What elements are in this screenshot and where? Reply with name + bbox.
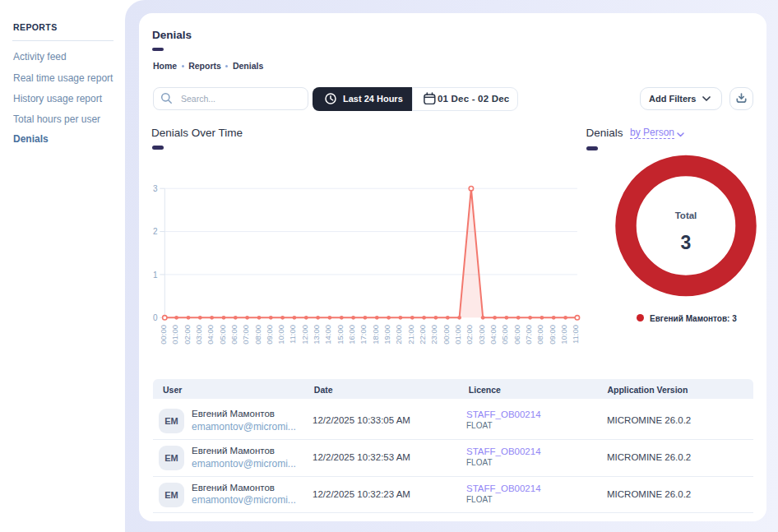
svg-text:20:00: 20:00 — [394, 325, 403, 345]
svg-text:07:00: 07:00 — [241, 325, 250, 345]
svg-text:04:00: 04:00 — [489, 325, 498, 345]
svg-text:09:00: 09:00 — [548, 325, 557, 345]
svg-text:03:00: 03:00 — [477, 325, 486, 345]
svg-text:17:00: 17:00 — [359, 325, 368, 345]
svg-text:21:00: 21:00 — [406, 325, 415, 345]
svg-text:00:00: 00:00 — [159, 325, 168, 345]
svg-text:19:00: 19:00 — [382, 325, 391, 345]
svg-text:01:00: 01:00 — [453, 325, 462, 345]
svg-text:00:00: 00:00 — [442, 325, 451, 345]
svg-text:09:00: 09:00 — [265, 325, 274, 345]
svg-text:07:00: 07:00 — [524, 325, 533, 345]
svg-text:3: 3 — [153, 184, 158, 193]
svg-text:2: 2 — [153, 227, 158, 236]
svg-text:10:00: 10:00 — [559, 325, 568, 345]
svg-text:11:00: 11:00 — [571, 325, 580, 344]
svg-text:04:00: 04:00 — [206, 325, 215, 345]
svg-text:16:00: 16:00 — [347, 325, 356, 345]
svg-text:13:00: 13:00 — [312, 325, 321, 345]
svg-text:14:00: 14:00 — [323, 325, 332, 345]
svg-text:23:00: 23:00 — [429, 325, 438, 345]
svg-text:08:00: 08:00 — [253, 325, 262, 345]
svg-text:05:00: 05:00 — [500, 325, 509, 345]
svg-text:05:00: 05:00 — [218, 325, 227, 345]
svg-text:02:00: 02:00 — [465, 325, 474, 345]
svg-text:10:00: 10:00 — [276, 325, 285, 345]
svg-text:06:00: 06:00 — [512, 325, 521, 345]
svg-text:1: 1 — [153, 271, 158, 280]
svg-text:22:00: 22:00 — [418, 325, 427, 345]
svg-text:15:00: 15:00 — [336, 325, 345, 345]
svg-text:18:00: 18:00 — [371, 325, 380, 345]
svg-text:08:00: 08:00 — [535, 325, 544, 345]
svg-text:02:00: 02:00 — [183, 325, 192, 345]
svg-text:01:00: 01:00 — [170, 325, 179, 345]
svg-text:11:00: 11:00 — [288, 325, 297, 344]
svg-text:0: 0 — [153, 313, 158, 322]
svg-text:03:00: 03:00 — [194, 325, 203, 345]
svg-text:12:00: 12:00 — [300, 325, 309, 345]
svg-text:06:00: 06:00 — [229, 325, 238, 345]
